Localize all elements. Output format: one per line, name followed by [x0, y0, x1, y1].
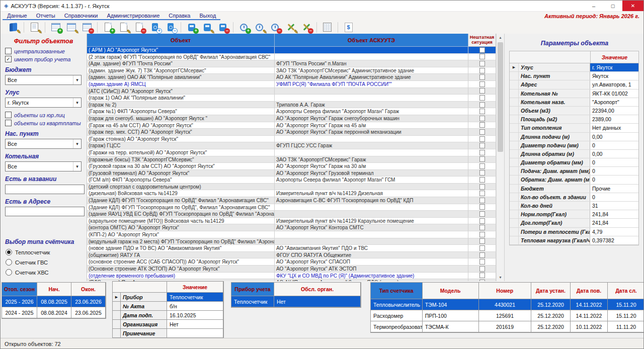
param-row[interactable]: Длинна подачи (м)0,00	[510, 133, 638, 141]
emergency-checkbox[interactable]	[479, 163, 485, 169]
column-header[interactable]: Дата пов.	[571, 283, 608, 299]
checkbox-checked-icon[interactable]	[5, 56, 12, 62]
emergency-checkbox[interactable]	[479, 266, 485, 272]
param-value[interactable]: 0,397382	[590, 236, 638, 244]
checkbox-icon[interactable]	[5, 48, 12, 54]
param-row[interactable]: Диаметр обратки (мм)0	[510, 158, 638, 167]
column-header-askuute-object[interactable]: Объект АСКУУТЭ	[275, 34, 468, 47]
menu-administration[interactable]: Администрирование	[102, 12, 164, 19]
param-value[interactable]: "Аэропорт"	[590, 98, 638, 106]
param-value[interactable]: Прочие	[590, 185, 638, 193]
table-row[interactable]: (АТС (СИиС)) АО "Аэропорт Якутск"	[87, 88, 504, 95]
journal-button[interactable]: ✎	[6, 21, 21, 34]
param-value[interactable]: Нет данных	[590, 124, 638, 132]
table-row[interactable]: (Грузовой гараж на 30 а/м ССТ) АО "Аэроп…	[87, 163, 504, 170]
device-detach-button[interactable]: −	[163, 21, 178, 34]
table-row[interactable]: (Гаражи на терр. котельной) АО "Аэропорт…	[87, 149, 504, 156]
emergency-checkbox[interactable]	[479, 122, 485, 128]
emergency-checkbox[interactable]	[479, 170, 485, 176]
emergency-checkbox[interactable]	[479, 198, 485, 203]
param-row[interactable]: Улусг. Якутск	[510, 63, 638, 72]
column-header-emergency[interactable]: Нештатная ситуация	[468, 34, 496, 47]
table-row[interactable]: (админ.здание А) ЯМСЦУФМП РС(Я) "Филиала…	[87, 81, 504, 88]
emergency-checkbox[interactable]	[479, 232, 485, 237]
param-value[interactable]: 4,79	[590, 228, 638, 236]
table-row[interactable]: (гараж пер. мех. ССТ) АО "Аэропорт Якутс…	[87, 129, 504, 136]
chevron-down-icon[interactable]	[73, 139, 81, 148]
table-row[interactable]: (КПП-2) АО "Аэропорт Якутск"	[87, 231, 504, 238]
registry-button[interactable]	[320, 21, 335, 34]
column-header[interactable]: Модель	[423, 283, 479, 299]
table-row[interactable]: (гараж) ГЦССФГУП ГЦСС УСС Гараж	[87, 142, 504, 149]
table-row[interactable]: 2025 - 202608.08.202523.06.2026	[2, 296, 106, 307]
param-row[interactable]: Дог.потр(Гкал)241,84	[510, 219, 638, 227]
table-row[interactable]: (Здание КДЛ) ФГУП "Госкорпорация по ОрВД…	[87, 204, 504, 211]
chevron-down-icon[interactable]	[73, 98, 81, 107]
addr-search-input[interactable]	[5, 207, 85, 216]
table-row[interactable]: ТеплосчетчикНет	[231, 296, 361, 307]
param-value[interactable]: Теплосчетчик	[167, 293, 223, 302]
emergency-checkbox[interactable]	[479, 116, 485, 121]
emergency-checkbox[interactable]	[479, 47, 485, 53]
column-header-object[interactable]: Объект	[87, 34, 275, 47]
emergency-checkbox[interactable]	[479, 74, 485, 80]
column-header[interactable]: Окон.	[71, 283, 106, 296]
meter-add-button[interactable]: +	[184, 21, 199, 34]
emergency-checkbox[interactable]	[479, 177, 485, 183]
menu-reports[interactable]: Отчеты	[32, 12, 60, 19]
emergency-checkbox[interactable]	[479, 218, 485, 224]
column-header[interactable]: Дата устан.	[531, 283, 571, 299]
param-value[interactable]: 0	[590, 141, 638, 149]
param-value[interactable]: 22394,00	[590, 107, 638, 115]
checkbox-centralized[interactable]: централизованные	[5, 48, 87, 54]
table-row[interactable]: 2024 - 202508.08.202423.06.2025	[2, 307, 106, 318]
table-row[interactable]: (дизельная) Войсковая часть №14129Измери…	[87, 190, 504, 197]
emergency-checkbox[interactable]	[479, 143, 485, 148]
param-value[interactable]: 241,84	[590, 219, 638, 227]
column-header[interactable]: Отоп. сезон	[2, 283, 37, 296]
table-row[interactable]: (гараж 1) ОАО АК "Полярные авиалинии"	[87, 95, 504, 102]
emergency-checkbox[interactable]	[479, 252, 485, 258]
table-row[interactable]: ОрганизацияНет	[113, 320, 223, 329]
budget-select[interactable]: Все	[5, 75, 82, 85]
table-row[interactable]: (Гараж стоянка) АО "Аэропорт Якутск"	[87, 136, 504, 143]
emergency-checkbox[interactable]	[479, 61, 485, 66]
param-value[interactable]: 0	[590, 176, 638, 184]
chevron-down-icon[interactable]	[73, 75, 81, 84]
param-value[interactable]: 2389,00	[590, 115, 638, 123]
emergency-checkbox[interactable]	[479, 54, 485, 59]
close-button[interactable]	[622, 1, 643, 11]
table-row[interactable]: (админ. здание) ОАО АК "Полярные авиалин…	[87, 74, 504, 81]
table-row[interactable]: ПриборТеплосчетчик	[113, 293, 223, 302]
table-row[interactable]: (отделение временного пребывания)ФКУ "ЦХ…	[87, 273, 504, 280]
table-row[interactable]: (Адм. здание) ФГУП "Почта России"ФГУП "П…	[87, 60, 504, 67]
table-row[interactable]: Дата подп.16.10.2025	[113, 311, 223, 320]
emergency-checkbox[interactable]	[479, 136, 485, 142]
table-row[interactable]: (Здание КДЛ) ФГУП "Госкорпорация по ОрВД…	[87, 197, 504, 204]
param-row[interactable]: Длинна обратки (м)0,00	[510, 150, 638, 158]
emergency-checkbox[interactable]	[479, 102, 485, 108]
scroll-down-icon[interactable]	[497, 274, 504, 281]
radio-heat-meter[interactable]: Теплосчетчик	[6, 249, 87, 255]
param-row[interactable]: Площадь (м2)2389,00	[510, 115, 638, 124]
table-row[interactable]: (модульный гараж на 2 места) ФГУП "Госко…	[87, 238, 504, 245]
repair-button[interactable]: ✎	[283, 21, 298, 34]
finance-button[interactable]	[341, 21, 356, 34]
table-row[interactable]: № Актаб/н	[113, 302, 223, 311]
param-row[interactable]: Потери в теплосети (Гкал)4,79	[510, 228, 638, 236]
emergency-checkbox[interactable]	[479, 204, 485, 210]
table-row[interactable]: (Грузовой терминал) АО "Аэропорт Якутск"…	[87, 170, 504, 177]
radio-cold-water-meter[interactable]: Счетчик ХВС	[6, 269, 87, 276]
minimize-button[interactable]	[584, 1, 603, 11]
param-value[interactable]: 31	[590, 202, 638, 210]
checkbox-has-meter[interactable]: имеют прибор учета	[5, 56, 87, 62]
param-value[interactable]: ул.Авиаторов, 1	[590, 80, 638, 89]
param-value[interactable]	[167, 329, 223, 338]
emergency-checkbox[interactable]	[479, 259, 485, 265]
emergency-checkbox[interactable]	[479, 156, 485, 162]
table-row[interactable]: (общежитие) ЯАТУ ГАФГОУ СПО ЯАТУГА Общеж…	[87, 252, 504, 259]
emergency-checkbox[interactable]	[479, 95, 485, 101]
column-header[interactable]: Нач.	[37, 283, 71, 296]
param-value[interactable]: 241,84	[590, 210, 638, 218]
table-row[interactable]: (новое здание ПДО и ТО ВС) АО "Авиакомпа…	[87, 245, 504, 252]
